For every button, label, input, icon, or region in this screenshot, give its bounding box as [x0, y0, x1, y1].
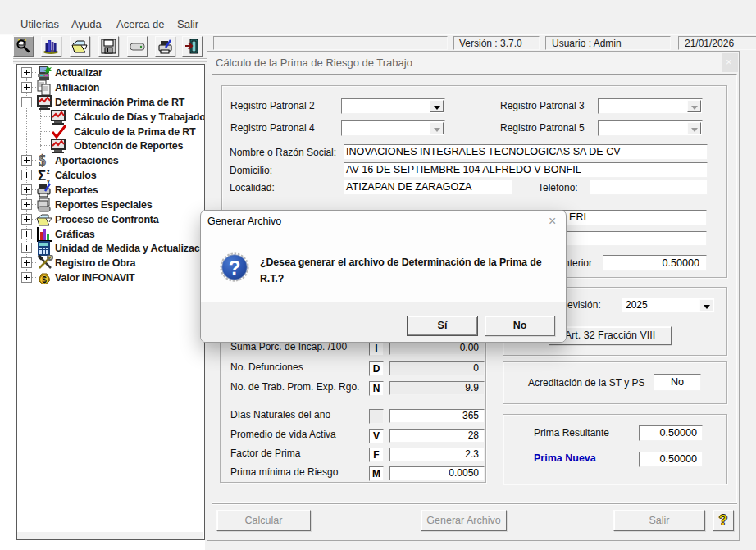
svg-text:?: ? [229, 257, 241, 279]
svg-text:$: $ [42, 275, 47, 284]
svg-text:z: z [47, 169, 50, 175]
